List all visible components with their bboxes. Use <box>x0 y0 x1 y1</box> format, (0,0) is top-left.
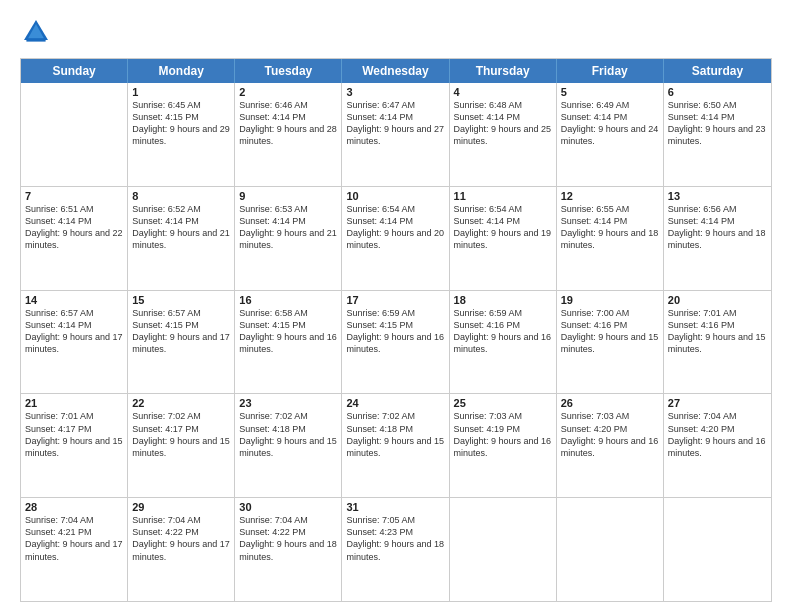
day-number: 23 <box>239 397 337 409</box>
day-number: 30 <box>239 501 337 513</box>
day-number: 2 <box>239 86 337 98</box>
calendar-cell-day-5: 5Sunrise: 6:49 AM Sunset: 4:14 PM Daylig… <box>557 83 664 186</box>
calendar-cell-day-22: 22Sunrise: 7:02 AM Sunset: 4:17 PM Dayli… <box>128 394 235 497</box>
calendar-cell-day-16: 16Sunrise: 6:58 AM Sunset: 4:15 PM Dayli… <box>235 291 342 394</box>
day-number: 1 <box>132 86 230 98</box>
calendar-cell-day-20: 20Sunrise: 7:01 AM Sunset: 4:16 PM Dayli… <box>664 291 771 394</box>
cell-info: Sunrise: 7:02 AM Sunset: 4:17 PM Dayligh… <box>132 410 230 459</box>
cell-info: Sunrise: 6:48 AM Sunset: 4:14 PM Dayligh… <box>454 99 552 148</box>
calendar-cell-empty <box>450 498 557 601</box>
calendar-cell-day-11: 11Sunrise: 6:54 AM Sunset: 4:14 PM Dayli… <box>450 187 557 290</box>
day-number: 13 <box>668 190 767 202</box>
cell-info: Sunrise: 6:52 AM Sunset: 4:14 PM Dayligh… <box>132 203 230 252</box>
cell-info: Sunrise: 6:56 AM Sunset: 4:14 PM Dayligh… <box>668 203 767 252</box>
calendar-cell-day-29: 29Sunrise: 7:04 AM Sunset: 4:22 PM Dayli… <box>128 498 235 601</box>
header-cell-sunday: Sunday <box>21 59 128 83</box>
cell-info: Sunrise: 6:54 AM Sunset: 4:14 PM Dayligh… <box>454 203 552 252</box>
day-number: 27 <box>668 397 767 409</box>
calendar: SundayMondayTuesdayWednesdayThursdayFrid… <box>20 58 772 602</box>
calendar-body: 1Sunrise: 6:45 AM Sunset: 4:15 PM Daylig… <box>21 83 771 601</box>
cell-info: Sunrise: 6:55 AM Sunset: 4:14 PM Dayligh… <box>561 203 659 252</box>
day-number: 11 <box>454 190 552 202</box>
cell-info: Sunrise: 7:05 AM Sunset: 4:23 PM Dayligh… <box>346 514 444 563</box>
calendar-cell-day-3: 3Sunrise: 6:47 AM Sunset: 4:14 PM Daylig… <box>342 83 449 186</box>
day-number: 15 <box>132 294 230 306</box>
calendar-row-0: 1Sunrise: 6:45 AM Sunset: 4:15 PM Daylig… <box>21 83 771 186</box>
calendar-header-row: SundayMondayTuesdayWednesdayThursdayFrid… <box>21 59 771 83</box>
day-number: 3 <box>346 86 444 98</box>
calendar-cell-day-28: 28Sunrise: 7:04 AM Sunset: 4:21 PM Dayli… <box>21 498 128 601</box>
cell-info: Sunrise: 7:04 AM Sunset: 4:22 PM Dayligh… <box>239 514 337 563</box>
header-cell-friday: Friday <box>557 59 664 83</box>
cell-info: Sunrise: 7:04 AM Sunset: 4:21 PM Dayligh… <box>25 514 123 563</box>
cell-info: Sunrise: 7:04 AM Sunset: 4:20 PM Dayligh… <box>668 410 767 459</box>
calendar-cell-day-26: 26Sunrise: 7:03 AM Sunset: 4:20 PM Dayli… <box>557 394 664 497</box>
header-cell-tuesday: Tuesday <box>235 59 342 83</box>
cell-info: Sunrise: 6:53 AM Sunset: 4:14 PM Dayligh… <box>239 203 337 252</box>
calendar-row-2: 14Sunrise: 6:57 AM Sunset: 4:14 PM Dayli… <box>21 290 771 394</box>
cell-info: Sunrise: 6:54 AM Sunset: 4:14 PM Dayligh… <box>346 203 444 252</box>
calendar-cell-day-31: 31Sunrise: 7:05 AM Sunset: 4:23 PM Dayli… <box>342 498 449 601</box>
header-cell-thursday: Thursday <box>450 59 557 83</box>
calendar-cell-day-15: 15Sunrise: 6:57 AM Sunset: 4:15 PM Dayli… <box>128 291 235 394</box>
cell-info: Sunrise: 7:03 AM Sunset: 4:19 PM Dayligh… <box>454 410 552 459</box>
header-cell-wednesday: Wednesday <box>342 59 449 83</box>
calendar-cell-empty <box>664 498 771 601</box>
calendar-cell-day-25: 25Sunrise: 7:03 AM Sunset: 4:19 PM Dayli… <box>450 394 557 497</box>
day-number: 6 <box>668 86 767 98</box>
day-number: 10 <box>346 190 444 202</box>
calendar-cell-day-6: 6Sunrise: 6:50 AM Sunset: 4:14 PM Daylig… <box>664 83 771 186</box>
calendar-cell-day-18: 18Sunrise: 6:59 AM Sunset: 4:16 PM Dayli… <box>450 291 557 394</box>
cell-info: Sunrise: 6:57 AM Sunset: 4:15 PM Dayligh… <box>132 307 230 356</box>
calendar-cell-day-8: 8Sunrise: 6:52 AM Sunset: 4:14 PM Daylig… <box>128 187 235 290</box>
day-number: 19 <box>561 294 659 306</box>
cell-info: Sunrise: 6:58 AM Sunset: 4:15 PM Dayligh… <box>239 307 337 356</box>
calendar-cell-day-9: 9Sunrise: 6:53 AM Sunset: 4:14 PM Daylig… <box>235 187 342 290</box>
day-number: 28 <box>25 501 123 513</box>
calendar-row-1: 7Sunrise: 6:51 AM Sunset: 4:14 PM Daylig… <box>21 186 771 290</box>
cell-info: Sunrise: 6:50 AM Sunset: 4:14 PM Dayligh… <box>668 99 767 148</box>
cell-info: Sunrise: 7:02 AM Sunset: 4:18 PM Dayligh… <box>239 410 337 459</box>
cell-info: Sunrise: 7:00 AM Sunset: 4:16 PM Dayligh… <box>561 307 659 356</box>
svg-rect-2 <box>26 38 45 41</box>
cell-info: Sunrise: 7:03 AM Sunset: 4:20 PM Dayligh… <box>561 410 659 459</box>
day-number: 12 <box>561 190 659 202</box>
calendar-row-3: 21Sunrise: 7:01 AM Sunset: 4:17 PM Dayli… <box>21 393 771 497</box>
calendar-cell-day-7: 7Sunrise: 6:51 AM Sunset: 4:14 PM Daylig… <box>21 187 128 290</box>
cell-info: Sunrise: 6:57 AM Sunset: 4:14 PM Dayligh… <box>25 307 123 356</box>
calendar-cell-day-21: 21Sunrise: 7:01 AM Sunset: 4:17 PM Dayli… <box>21 394 128 497</box>
day-number: 7 <box>25 190 123 202</box>
day-number: 22 <box>132 397 230 409</box>
logo <box>20 16 56 48</box>
day-number: 26 <box>561 397 659 409</box>
day-number: 8 <box>132 190 230 202</box>
calendar-cell-day-19: 19Sunrise: 7:00 AM Sunset: 4:16 PM Dayli… <box>557 291 664 394</box>
day-number: 14 <box>25 294 123 306</box>
cell-info: Sunrise: 6:46 AM Sunset: 4:14 PM Dayligh… <box>239 99 337 148</box>
calendar-cell-day-27: 27Sunrise: 7:04 AM Sunset: 4:20 PM Dayli… <box>664 394 771 497</box>
cell-info: Sunrise: 7:01 AM Sunset: 4:16 PM Dayligh… <box>668 307 767 356</box>
header-cell-saturday: Saturday <box>664 59 771 83</box>
day-number: 21 <box>25 397 123 409</box>
cell-info: Sunrise: 7:02 AM Sunset: 4:18 PM Dayligh… <box>346 410 444 459</box>
header <box>20 16 772 48</box>
day-number: 31 <box>346 501 444 513</box>
calendar-cell-day-23: 23Sunrise: 7:02 AM Sunset: 4:18 PM Dayli… <box>235 394 342 497</box>
page: SundayMondayTuesdayWednesdayThursdayFrid… <box>0 0 792 612</box>
calendar-cell-day-30: 30Sunrise: 7:04 AM Sunset: 4:22 PM Dayli… <box>235 498 342 601</box>
day-number: 29 <box>132 501 230 513</box>
day-number: 9 <box>239 190 337 202</box>
header-cell-monday: Monday <box>128 59 235 83</box>
calendar-cell-empty <box>557 498 664 601</box>
calendar-row-4: 28Sunrise: 7:04 AM Sunset: 4:21 PM Dayli… <box>21 497 771 601</box>
cell-info: Sunrise: 6:49 AM Sunset: 4:14 PM Dayligh… <box>561 99 659 148</box>
calendar-cell-day-17: 17Sunrise: 6:59 AM Sunset: 4:15 PM Dayli… <box>342 291 449 394</box>
calendar-cell-day-14: 14Sunrise: 6:57 AM Sunset: 4:14 PM Dayli… <box>21 291 128 394</box>
calendar-cell-day-13: 13Sunrise: 6:56 AM Sunset: 4:14 PM Dayli… <box>664 187 771 290</box>
day-number: 24 <box>346 397 444 409</box>
day-number: 17 <box>346 294 444 306</box>
day-number: 16 <box>239 294 337 306</box>
calendar-cell-day-12: 12Sunrise: 6:55 AM Sunset: 4:14 PM Dayli… <box>557 187 664 290</box>
cell-info: Sunrise: 6:59 AM Sunset: 4:16 PM Dayligh… <box>454 307 552 356</box>
cell-info: Sunrise: 7:04 AM Sunset: 4:22 PM Dayligh… <box>132 514 230 563</box>
